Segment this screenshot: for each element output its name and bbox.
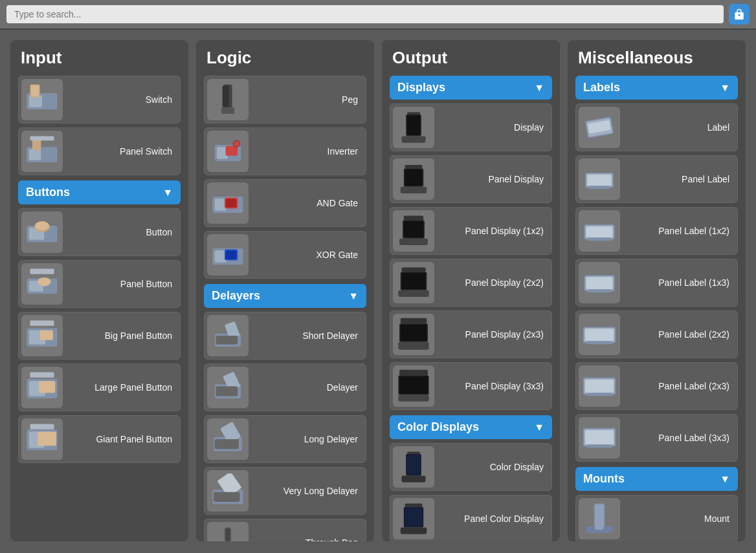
svg-rect-104 [587, 237, 611, 241]
item-row-panel-display-1x2[interactable]: Panel Display (1x2) [390, 207, 552, 255]
item-label-panel-display: Panel Display [439, 173, 549, 185]
section-header-delayers[interactable]: Delayers ▼ [204, 284, 366, 308]
svg-rect-80 [399, 376, 428, 394]
item-row-short-delayer[interactable]: Short Delayer [204, 312, 366, 360]
item-icon-panel-display-3x3 [393, 365, 434, 407]
svg-rect-100 [588, 186, 610, 189]
item-row-switch[interactable]: Switch [18, 76, 181, 124]
svg-rect-45 [216, 336, 238, 345]
item-row-panel-display-3x3[interactable]: Panel Display (3x3) [390, 362, 552, 410]
svg-point-11 [36, 221, 49, 230]
column-title-miscellaneous: Miscellaneous [575, 48, 738, 68]
svg-rect-19 [40, 331, 53, 340]
section-header-mounts[interactable]: Mounts ▼ [575, 467, 738, 491]
item-row-panel-label-3x3[interactable]: Panel Label (3x3) [575, 414, 738, 462]
item-icon-label [579, 107, 620, 148]
chevron-down-icon: ▼ [534, 82, 544, 94]
item-row-panel-label-1x2[interactable]: Panel Label (1x2) [575, 207, 738, 255]
section-header-title: Buttons [26, 186, 70, 199]
item-label-big-panel-button: Big Panel Button [68, 330, 177, 342]
svg-rect-72 [401, 273, 425, 289]
section-header-title: Delayers [212, 289, 260, 303]
item-row-panel-color-display[interactable]: Panel Color Display [390, 495, 552, 541]
item-icon-panel-label-1x3 [579, 262, 620, 303]
item-icon-short-delayer [207, 315, 249, 356]
item-row-delayer[interactable]: Delayer [204, 363, 366, 411]
item-row-button[interactable]: Button [18, 208, 181, 256]
item-label-panel-color-display: Panel Color Display [439, 513, 549, 525]
item-row-giant-panel-button[interactable]: Giant Panel Button [18, 415, 181, 463]
item-row-panel-label[interactable]: Panel Label [575, 155, 738, 203]
column-input: Input Switch Panel Switch Buttons [10, 40, 188, 541]
svg-rect-18 [30, 320, 54, 325]
svg-rect-57 [226, 528, 230, 541]
item-row-peg[interactable]: Peg [204, 76, 366, 124]
item-label-mount: Mount [625, 513, 735, 525]
item-row-mount[interactable]: Mount [575, 495, 738, 541]
svg-rect-119 [585, 430, 614, 444]
lock-button[interactable] [729, 4, 750, 25]
item-icon-switch [21, 79, 63, 120]
svg-rect-3 [31, 85, 39, 96]
section-header-buttons[interactable]: Buttons ▼ [18, 180, 181, 204]
svg-rect-42 [226, 250, 237, 259]
section-header-color-displays[interactable]: Color Displays ▼ [390, 415, 552, 439]
item-label-short-delayer: Short Delayer [254, 330, 363, 342]
item-label-label: Label [625, 122, 735, 133]
item-label-through-peg: Through Peg [254, 537, 363, 541]
item-row-panel-button[interactable]: Panel Button [18, 260, 181, 308]
svg-rect-30 [223, 85, 229, 107]
item-icon-mount [579, 498, 620, 539]
item-row-display[interactable]: Display [390, 103, 552, 151]
item-icon-and-gate [207, 182, 249, 224]
item-row-and-gate[interactable]: AND Gate [204, 179, 366, 227]
item-icon-color-display [393, 446, 434, 488]
item-row-large-panel-button[interactable]: Large Panel Button [18, 363, 181, 411]
item-row-color-display[interactable]: Color Display [390, 443, 552, 491]
section-header-labels[interactable]: Labels ▼ [575, 76, 738, 100]
item-row-through-peg[interactable]: Through Peg [204, 519, 366, 541]
item-icon-peg [207, 79, 249, 120]
item-row-panel-display[interactable]: Panel Display [390, 155, 552, 203]
item-row-panel-display-2x3[interactable]: Panel Display (2x3) [390, 310, 552, 358]
svg-rect-112 [586, 341, 613, 344]
item-row-panel-switch[interactable]: Panel Switch [18, 127, 181, 175]
item-row-big-panel-button[interactable]: Big Panel Button [18, 312, 181, 360]
item-row-panel-label-1x3[interactable]: Panel Label (1x3) [575, 259, 738, 307]
svg-rect-77 [398, 342, 428, 350]
section-header-displays[interactable]: Displays ▼ [390, 76, 552, 100]
svg-rect-22 [30, 372, 54, 377]
item-label-giant-panel-button: Giant Panel Button [68, 433, 177, 445]
item-icon-very-long-delayer [207, 470, 249, 512]
column-logic: Logic Peg Inverter [196, 40, 374, 541]
item-row-very-long-delayer[interactable]: Very Long Delayer [204, 467, 366, 515]
item-row-label[interactable]: Label [575, 103, 738, 151]
search-input[interactable] [6, 5, 724, 23]
item-icon-panel-display-1x2 [393, 210, 434, 252]
item-label-large-panel-button: Large Panel Button [68, 382, 177, 393]
svg-rect-78 [399, 370, 428, 375]
item-row-xor-gate[interactable]: XOR Gate [204, 231, 366, 279]
chevron-down-icon: ▼ [348, 290, 359, 302]
item-label-delayer: Delayer [254, 382, 363, 393]
svg-point-15 [38, 277, 50, 287]
item-row-inverter[interactable]: Inverter [204, 127, 366, 175]
item-row-long-delayer[interactable]: Long Delayer [204, 415, 366, 463]
svg-rect-54 [214, 492, 240, 502]
svg-rect-84 [407, 455, 420, 474]
svg-rect-88 [405, 508, 423, 526]
svg-rect-103 [586, 226, 613, 237]
item-row-panel-label-2x3[interactable]: Panel Label (2x3) [575, 362, 738, 410]
svg-rect-51 [215, 439, 239, 449]
svg-rect-14 [30, 268, 54, 274]
column-output: Output Displays ▼ Display [382, 40, 560, 541]
item-row-panel-label-2x2[interactable]: Panel Label (2x2) [575, 310, 738, 358]
item-label-inverter: Inverter [254, 146, 363, 157]
item-row-panel-display-2x2[interactable]: Panel Display (2x2) [390, 259, 552, 307]
column-title-logic: Logic [204, 48, 366, 68]
column-title-input: Input [18, 48, 181, 68]
item-icon-panel-button [21, 263, 63, 305]
section-header-title: Color Displays [397, 420, 479, 434]
svg-rect-123 [595, 504, 604, 530]
item-label-panel-label-2x3: Panel Label (2x3) [625, 380, 735, 392]
